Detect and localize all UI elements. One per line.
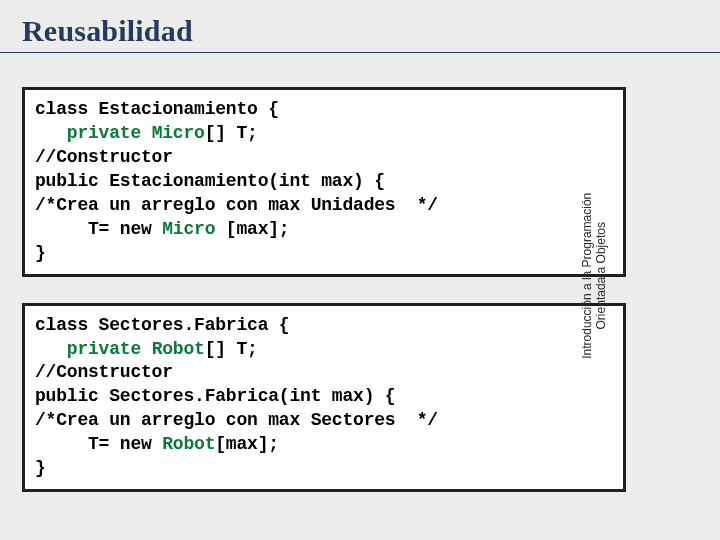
type-name: Micro (152, 123, 205, 143)
code-line: //Constructor (35, 361, 613, 385)
side-label-line: Orientada a Objetos (594, 222, 608, 329)
code-line: T= new Micro [max]; (35, 218, 613, 242)
code-line: private Micro[] T; (35, 122, 613, 146)
code-block-1: class Estacionamiento { private Micro[] … (22, 87, 626, 277)
side-label: Introducción a la Programación Orientada… (580, 176, 609, 376)
code-line: public Sectores.Fabrica(int max) { (35, 385, 613, 409)
type-name: Robot (162, 434, 215, 454)
code-line: } (35, 457, 613, 481)
code-line: } (35, 242, 613, 266)
type-name: Robot (152, 339, 205, 359)
code-line: class Sectores.Fabrica { (35, 314, 613, 338)
code-line: private Robot[] T; (35, 338, 613, 362)
keyword-private: private (67, 123, 141, 143)
code-line: //Constructor (35, 146, 613, 170)
code-line: /*Crea un arreglo con max Sectores */ (35, 409, 613, 433)
keyword-private: private (67, 339, 141, 359)
code-block-2: class Sectores.Fabrica { private Robot[]… (22, 303, 626, 493)
title-underline (0, 52, 720, 53)
side-label-line: Introducción a la Programación (580, 193, 594, 359)
slide-title: Reusabilidad (22, 14, 698, 48)
type-name: Micro (162, 219, 215, 239)
code-line: public Estacionamiento(int max) { (35, 170, 613, 194)
code-line: class Estacionamiento { (35, 98, 613, 122)
slide: Reusabilidad class Estacionamiento { pri… (0, 0, 720, 540)
code-line: T= new Robot[max]; (35, 433, 613, 457)
code-line: /*Crea un arreglo con max Unidades */ (35, 194, 613, 218)
